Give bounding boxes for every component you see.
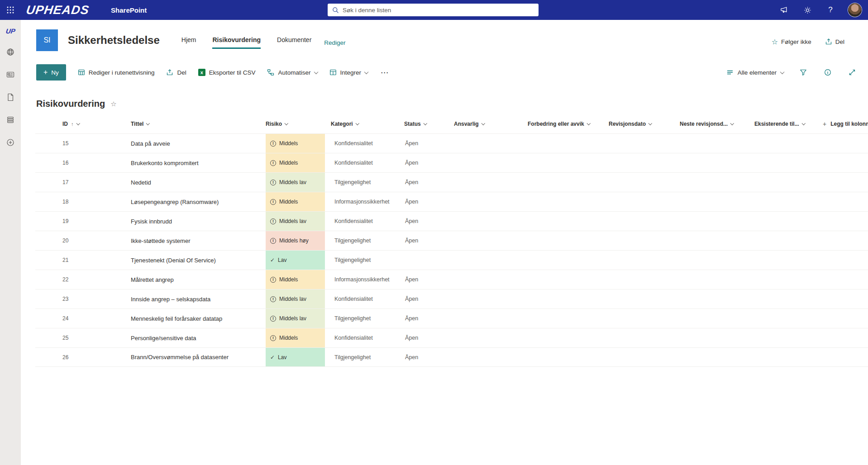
cell-risk: ! Middels — [266, 153, 331, 172]
lists-icon[interactable] — [5, 114, 16, 125]
site-title[interactable]: Sikkerhetsledelse — [68, 34, 160, 47]
cell-title[interactable]: Tjenestenekt (Denial Of Service) — [131, 257, 266, 264]
help-icon[interactable]: ? — [825, 5, 836, 15]
filter-button[interactable] — [798, 67, 808, 77]
chevron-down-icon — [780, 70, 785, 74]
favorite-star-icon[interactable]: ☆ — [110, 100, 116, 108]
follow-button[interactable]: ☆ Følger ikke — [772, 38, 811, 46]
check-icon: ✓ — [270, 354, 275, 361]
nav-item-dokumenter[interactable]: Dokumenter — [277, 36, 311, 49]
integrate-menu-button[interactable]: Integrer — [329, 69, 368, 76]
view-selector-button[interactable]: Alle elementer — [726, 69, 784, 76]
cell-title[interactable]: Brukerkonto kompromitert — [131, 160, 266, 166]
edit-nav-link[interactable]: Rediger — [324, 39, 345, 46]
column-header-status[interactable]: Status ↑ — [404, 121, 454, 127]
column-header-tittel[interactable]: Tittel ↑ — [131, 121, 266, 127]
column-header-eksisterende-til-[interactable]: Eksisterende til... ↑ — [754, 121, 823, 127]
details-pane-button[interactable] — [823, 67, 833, 77]
cell-risk: ! Middels — [266, 192, 331, 211]
settings-gear-icon[interactable] — [802, 5, 813, 15]
export-to-csv-button[interactable]: x Eksporter til CSV — [198, 69, 256, 76]
risk-label: Middels — [279, 335, 298, 341]
column-header-revisjonsdato[interactable]: Revisjonsdato ↑ — [609, 121, 680, 127]
edit-in-grid-view-button[interactable]: Rediger i rutenettvisning — [78, 69, 155, 76]
cell-title[interactable]: Innside angrep – selskapsdata — [131, 296, 266, 303]
table-row[interactable]: 19 Fysisk innbrudd ! Middels lav Konfide… — [35, 211, 868, 231]
column-label: Forbedring eller avvik — [528, 121, 584, 127]
table-row[interactable]: 24 Menneskelig feil forårsaker datatap !… — [35, 308, 868, 328]
share-button[interactable]: Del — [166, 69, 186, 76]
table-row[interactable]: 26 Brann/Oversvømmelse på datasenter ✓ L… — [35, 347, 868, 367]
cell-title[interactable]: Ikke-støttede systemer — [131, 237, 266, 244]
cell-id: 19 — [35, 218, 131, 224]
cell-title[interactable]: Løsepengeangrep (Ransomware) — [131, 199, 266, 205]
column-header-neste-revisjonsd-[interactable]: Neste revisjonsd... ↑ — [680, 121, 754, 127]
risk-label: Middels lav — [279, 179, 306, 185]
view-lines-icon — [726, 69, 734, 76]
column-label: Eksisterende til... — [754, 121, 799, 127]
column-header-id[interactable]: ID ↑ — [35, 121, 131, 127]
risk-label: Middels — [279, 140, 298, 147]
list-title: Risikovurdering — [36, 99, 105, 109]
chevron-down-icon — [730, 122, 734, 125]
more-actions-ellipsis-button[interactable]: ⋯ — [381, 68, 389, 77]
column-header-kategori[interactable]: Kategori ↑ — [331, 121, 404, 127]
site-logo-tile[interactable]: SI — [36, 29, 58, 51]
column-header-risiko[interactable]: Risiko ↑ — [266, 121, 331, 127]
upheads-logo[interactable]: UPHEADS — [25, 3, 90, 17]
risk-label: Middels — [279, 276, 298, 283]
table-row[interactable]: 25 Personlige/sensitive data ! Middels K… — [35, 328, 868, 347]
table-row[interactable]: 21 Tjenestenekt (Denial Of Service) ✓ La… — [35, 250, 868, 270]
new-item-button[interactable]: + Ny — [36, 64, 66, 81]
news-icon[interactable] — [5, 69, 16, 80]
cell-title[interactable]: Menneskelig feil forårsaker datatap — [131, 315, 266, 322]
search-icon — [332, 7, 339, 14]
table-row[interactable]: 15 Data på avveie ! Middels Konfidensial… — [35, 133, 868, 153]
search-input[interactable] — [343, 7, 534, 14]
cell-status: Åpen — [404, 140, 454, 147]
search-box[interactable] — [328, 4, 539, 16]
user-avatar[interactable] — [848, 3, 862, 17]
cell-title[interactable]: Fysisk innbrudd — [131, 218, 266, 225]
sort-ascending-icon: ↑ — [71, 121, 74, 127]
cell-title[interactable]: Brann/Oversvømmelse på datasenter — [131, 354, 266, 361]
table-row[interactable]: 23 Innside angrep – selskapsdata ! Midde… — [35, 289, 868, 308]
cell-category: Tilgjengelighet — [331, 179, 404, 185]
cell-title[interactable]: Personlige/sensitive data — [131, 335, 266, 342]
main-content: SI Sikkerhetsledelse Hjem Risikovurderin… — [21, 20, 868, 465]
sharepoint-label[interactable]: SharePoint — [111, 6, 147, 14]
column-label: ID — [62, 121, 68, 127]
fullscreen-expand-button[interactable] — [847, 67, 857, 77]
cell-title[interactable]: Data på avveie — [131, 140, 266, 147]
table-row[interactable]: 16 Brukerkonto kompromitert ! Middels Ko… — [35, 153, 868, 172]
table-row[interactable]: 22 Målrettet angrep ! Middels Informasjo… — [35, 270, 868, 289]
cell-id: 17 — [35, 179, 131, 185]
command-bar-right: Alle elementer — [726, 67, 858, 77]
table-row[interactable]: 20 Ikke-støttede systemer ! Middels høy … — [35, 231, 868, 250]
document-icon[interactable] — [5, 92, 16, 103]
table-row[interactable]: 18 Løsepengeangrep (Ransomware) ! Middel… — [35, 192, 868, 211]
add-column-button[interactable]: + Legg til kolonne — [823, 120, 868, 128]
rail-upheads-logo[interactable]: UP — [5, 27, 15, 35]
risk-label: Middels — [279, 160, 298, 166]
column-header-forbedring-eller-avvik[interactable]: Forbedring eller avvik ↑ — [528, 121, 609, 127]
cell-title[interactable]: Nedetid — [131, 179, 266, 186]
automate-menu-button[interactable]: Automatiser — [267, 69, 317, 76]
cell-title[interactable]: Målrettet angrep — [131, 276, 266, 283]
app-launcher-waffle-icon[interactable] — [0, 0, 21, 20]
globe-icon[interactable] — [5, 47, 16, 57]
nav-item-hjem[interactable]: Hjem — [181, 36, 196, 49]
cell-id: 21 — [35, 257, 131, 263]
cell-risk: ! Middels lav — [266, 309, 331, 328]
announcements-megaphone-icon[interactable] — [779, 5, 790, 15]
add-circle-icon[interactable] — [5, 137, 16, 148]
column-label: Status — [404, 121, 421, 127]
table-row[interactable]: 17 Nedetid ! Middels lav Tilgjengelighet… — [35, 172, 868, 192]
nav-item-risikovurdering[interactable]: Risikovurdering — [212, 36, 261, 49]
flow-icon — [267, 69, 274, 76]
cell-category: Konfidensialitet — [331, 296, 404, 302]
share-label: Del — [177, 69, 186, 76]
column-label: Risiko — [266, 121, 282, 127]
header-share-button[interactable]: Del — [825, 38, 844, 45]
column-header-ansvarlig[interactable]: Ansvarlig ↑ — [454, 121, 528, 127]
